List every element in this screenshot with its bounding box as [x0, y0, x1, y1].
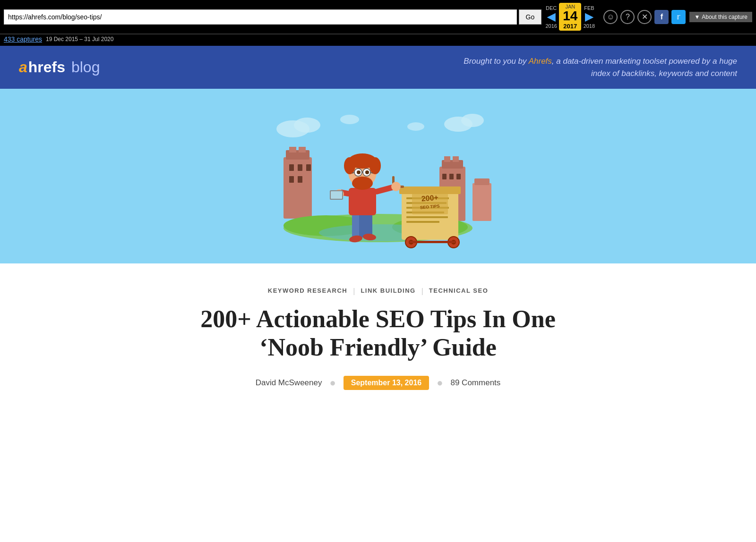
svg-point-2	[294, 118, 320, 133]
svg-rect-22	[456, 174, 461, 179]
next-arrow[interactable]: ▶	[583, 11, 595, 23]
svg-text:200+: 200+	[421, 193, 438, 203]
prev-year-label: 2016	[545, 23, 557, 29]
tagline-brand: Ahrefs	[529, 57, 552, 66]
svg-rect-9	[289, 147, 296, 152]
svg-rect-10	[299, 147, 306, 152]
twitter-icon[interactable]: 𝕣	[671, 10, 686, 24]
logo-hrefs: hrefs	[28, 59, 65, 76]
svg-point-61	[344, 157, 355, 174]
svg-point-5	[340, 115, 359, 124]
close-icon[interactable]: ✕	[637, 10, 652, 24]
svg-point-62	[369, 157, 381, 174]
about-capture-button[interactable]: ▼ About this capture	[689, 12, 752, 22]
svg-point-63	[352, 177, 373, 190]
svg-rect-46	[409, 241, 455, 243]
article-content: KEYWORD RESEARCH | LINK BUILDING | TECHN…	[165, 263, 591, 404]
svg-rect-57	[331, 191, 342, 199]
wb-toolbar2: 433 captures 19 Dec 2015 – 31 Jul 2020	[0, 34, 756, 46]
svg-rect-35	[406, 216, 448, 218]
svg-point-66	[357, 170, 361, 174]
svg-rect-48	[359, 212, 372, 237]
next-month-label: FEB	[584, 5, 594, 11]
meta-bullet-1: ●	[329, 377, 335, 389]
site-logo[interactable]: ahrefs blog	[19, 59, 100, 76]
article-date: September 13, 2016	[344, 376, 429, 390]
captures-link[interactable]: 433 captures	[4, 35, 42, 43]
current-day: 14	[563, 9, 577, 23]
hero-image: 200+ SEO TIPS	[0, 89, 756, 263]
url-bar: Go	[4, 9, 541, 25]
article-categories: KEYWORD RESEARCH | LINK BUILDING | TECHN…	[175, 287, 581, 296]
logo-blog: blog	[71, 59, 100, 76]
url-input[interactable]	[4, 9, 517, 25]
article-comments[interactable]: 89 Comments	[450, 378, 500, 388]
current-date: JAN 14 2017	[559, 3, 581, 31]
category-separator: |	[421, 287, 423, 296]
svg-rect-51	[349, 188, 376, 215]
help-icon[interactable]: ?	[620, 10, 635, 24]
svg-rect-21	[449, 174, 454, 179]
svg-rect-23	[472, 183, 491, 221]
svg-point-67	[365, 170, 369, 174]
user-icon[interactable]: ☺	[603, 10, 618, 24]
svg-rect-12	[298, 164, 302, 171]
toolbar-icons: ☺ ? ✕ f 𝕣	[603, 10, 686, 24]
site-header: ahrefs blog Brought to you by Ahrefs, a …	[0, 46, 756, 89]
calendar-nav: DEC ◀ 2016 JAN 14 2017 FEB ▶ 2018	[545, 3, 595, 31]
article-title: 200+ Actionable SEO Tips In One ‘Noob Fr…	[175, 305, 581, 362]
category-tag-1[interactable]: LINK BUILDING	[361, 287, 415, 296]
prev-month-label: DEC	[546, 5, 557, 11]
hero-svg: 200+ SEO TIPS	[255, 101, 501, 252]
svg-rect-24	[474, 178, 490, 185]
date-range: 19 Dec 2015 – 31 Jul 2020	[46, 36, 113, 42]
meta-bullet-2: ●	[437, 377, 443, 389]
svg-rect-18	[444, 156, 450, 162]
svg-point-55	[391, 182, 401, 191]
svg-rect-15	[298, 176, 302, 183]
go-button[interactable]: Go	[519, 9, 542, 25]
next-year-label: 2018	[584, 23, 595, 29]
category-tag-2[interactable]: TECHNICAL SEO	[429, 287, 488, 296]
article-author: David McSweeney	[256, 378, 322, 388]
prev-arrow[interactable]: ◀	[545, 11, 557, 23]
current-year: 2017	[563, 23, 577, 30]
wayback-toolbar: Go DEC ◀ 2016 JAN 14 2017 FEB ▶ 2018 ☺ ?…	[0, 0, 756, 34]
about-arrow-icon: ▼	[694, 14, 700, 20]
category-separator: |	[353, 287, 355, 296]
svg-rect-14	[289, 176, 294, 183]
svg-rect-19	[453, 156, 459, 162]
facebook-icon[interactable]: f	[654, 10, 669, 24]
tagline-suffix: , a data-driven marketing toolset powere…	[552, 57, 737, 78]
svg-rect-20	[442, 174, 447, 179]
svg-rect-11	[289, 164, 294, 171]
logo-a: a	[19, 59, 27, 76]
article-meta: David McSweeney ● September 13, 2016 ● 8…	[175, 376, 581, 390]
svg-rect-13	[306, 164, 311, 171]
about-capture-label: About this capture	[702, 14, 747, 20]
tagline-prefix: Brought to you by	[464, 57, 528, 66]
svg-rect-36	[406, 221, 439, 223]
svg-point-6	[407, 122, 424, 131]
category-tag-0[interactable]: KEYWORD RESEARCH	[268, 287, 347, 296]
svg-point-4	[461, 114, 484, 127]
hero-illustration: 200+ SEO TIPS	[0, 89, 756, 263]
site-tagline: Brought to you by Ahrefs, a data-driven …	[454, 55, 737, 79]
